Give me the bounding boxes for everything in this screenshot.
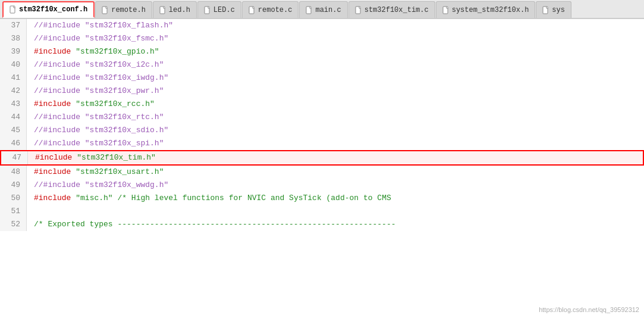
- tab-led-h[interactable]: led.h: [153, 1, 197, 18]
- tab-label: stm32f10x_tim.c: [365, 6, 429, 14]
- tab-label: LED.c: [213, 6, 235, 14]
- code-area: 37//#include "stm32f10x_flash.h"38//#inc…: [0, 19, 644, 318]
- table-row: 41//#include "stm32f10x_iwdg.h": [0, 71, 644, 85]
- table-row: 45//#include "stm32f10x_sdio.h": [0, 124, 644, 137]
- tab-label: led.h: [169, 6, 190, 14]
- tab-stm32f10x-conf-h[interactable]: stm32f10x_conf.h: [2, 1, 95, 18]
- line-content: #include "stm32f10x_gpio.h": [27, 45, 644, 58]
- line-content: //#include "stm32f10x_wwdg.h": [27, 179, 644, 192]
- line-number: 47: [1, 151, 28, 164]
- include-string: "stm32f10x_usart.h": [76, 167, 164, 176]
- include-keyword: #include: [34, 194, 71, 202]
- commented-code: //#include "stm32f10x_spi.h": [34, 139, 164, 148]
- table-row: 43#include "stm32f10x_rcc.h": [0, 98, 644, 111]
- file-icon: [10, 5, 17, 14]
- line-number: 43: [0, 98, 27, 111]
- line-content: #include "stm32f10x_rcc.h": [27, 98, 644, 111]
- line-number: 45: [0, 124, 27, 137]
- commented-code: //#include "stm32f10x_rtc.h": [34, 113, 164, 121]
- line-number: 42: [0, 85, 27, 98]
- line-content: //#include "stm32f10x_sdio.h": [27, 124, 644, 137]
- line-number: 41: [0, 71, 27, 85]
- commented-code: //#include "stm32f10x_flash.h": [34, 21, 173, 30]
- table-row: 37//#include "stm32f10x_flash.h": [0, 19, 644, 32]
- table-row: 38//#include "stm32f10x_fsmc.h": [0, 32, 644, 45]
- line-content: //#include "stm32f10x_pwr.h": [27, 85, 644, 98]
- table-row: 52/* Exported types --------------------…: [0, 218, 644, 231]
- include-keyword: #include: [35, 153, 72, 162]
- table-row: 47#include "stm32f10x_tim.h": [0, 150, 644, 166]
- line-number: 49: [0, 179, 27, 192]
- include-keyword: #include: [34, 47, 71, 56]
- line-number: 37: [0, 19, 27, 32]
- file-icon: [442, 6, 450, 14]
- tab-sys[interactable]: sys: [536, 1, 571, 18]
- line-content: #include "misc.h" /* High level function…: [27, 192, 644, 205]
- tab-main-c[interactable]: main.c: [299, 1, 347, 18]
- tab-system-stm32f10x-h[interactable]: system_stm32f10x.h: [436, 1, 536, 18]
- file-icon: [542, 6, 549, 14]
- include-string: "stm32f10x_rcc.h": [76, 99, 155, 108]
- commented-code: //#include "stm32f10x_iwdg.h": [34, 73, 168, 82]
- line-content: //#include "stm32f10x_rtc.h": [27, 111, 644, 124]
- line-content: #include "stm32f10x_usart.h": [27, 166, 644, 179]
- file-icon: [102, 6, 109, 14]
- table-row: 46//#include "stm32f10x_spi.h": [0, 137, 644, 150]
- table-row: 49//#include "stm32f10x_wwdg.h": [0, 179, 644, 192]
- commented-code: //#include "stm32f10x_wwdg.h": [34, 180, 168, 189]
- include-string: "misc.h": [76, 194, 112, 202]
- watermark: https://blog.csdn.net/qq_39592312: [539, 306, 639, 313]
- table-row: 48#include "stm32f10x_usart.h": [0, 166, 644, 179]
- file-icon: [355, 6, 362, 14]
- line-content: //#include "stm32f10x_i2c.h": [27, 58, 644, 71]
- tab-label: sys: [552, 6, 565, 14]
- commented-code: //#include "stm32f10x_sdio.h": [34, 126, 168, 135]
- commented-code: //#include "stm32f10x_pwr.h": [34, 86, 164, 95]
- tab-label: stm32f10x_conf.h: [19, 5, 87, 14]
- tab-label: remote.h: [111, 6, 146, 14]
- line-content: /* Exported types ----------------------…: [27, 218, 644, 231]
- line-number: 51: [0, 205, 27, 218]
- file-icon: [159, 6, 167, 14]
- line-content: //#include "stm32f10x_spi.h": [27, 137, 644, 150]
- tab-label: main.c: [315, 6, 341, 14]
- table-row: 50#include "misc.h" /* High level functi…: [0, 192, 644, 205]
- tab-label: remote.c: [258, 6, 293, 14]
- tab-bar: stm32f10x_conf.h remote.h led.h LED.c re…: [0, 0, 644, 19]
- commented-code: //#include "stm32f10x_i2c.h": [34, 60, 164, 69]
- tab-remote-h[interactable]: remote.h: [95, 1, 152, 18]
- inline-comment: /* High level functions for NVIC and Sys…: [113, 194, 391, 202]
- line-content: //#include "stm32f10x_flash.h": [27, 19, 644, 32]
- line-number: 46: [0, 137, 27, 150]
- line-number: 39: [0, 45, 27, 58]
- line-number: 44: [0, 111, 27, 124]
- include-keyword: #include: [34, 167, 71, 176]
- tab-led-c[interactable]: LED.c: [197, 1, 241, 18]
- file-icon: [204, 6, 211, 14]
- file-icon: [249, 6, 256, 14]
- tab-stm32f10x-tim-c[interactable]: stm32f10x_tim.c: [348, 1, 435, 18]
- table-row: 44//#include "stm32f10x_rtc.h": [0, 111, 644, 124]
- line-content: [27, 205, 644, 218]
- line-number: 38: [0, 32, 27, 45]
- commented-code: //#include "stm32f10x_fsmc.h": [34, 34, 168, 43]
- line-number: 50: [0, 192, 27, 205]
- line-content: //#include "stm32f10x_iwdg.h": [27, 71, 644, 85]
- include-string: "stm32f10x_tim.h": [77, 153, 156, 162]
- line-number: 52: [0, 218, 27, 231]
- comment-line: /* Exported types ----------------------…: [34, 220, 396, 229]
- table-row: 39#include "stm32f10x_gpio.h": [0, 45, 644, 58]
- table-row: 42//#include "stm32f10x_pwr.h": [0, 85, 644, 98]
- include-keyword: #include: [34, 99, 71, 108]
- line-number: 40: [0, 58, 27, 71]
- line-number: 48: [0, 166, 27, 179]
- include-string: "stm32f10x_gpio.h": [76, 47, 159, 56]
- table-row: 51: [0, 205, 644, 218]
- tab-label: system_stm32f10x.h: [452, 6, 529, 14]
- line-content: #include "stm32f10x_tim.h": [28, 151, 643, 164]
- line-content: //#include "stm32f10x_fsmc.h": [27, 32, 644, 45]
- table-row: 40//#include "stm32f10x_i2c.h": [0, 58, 644, 71]
- file-icon: [306, 6, 313, 14]
- tab-remote-c[interactable]: remote.c: [242, 1, 299, 18]
